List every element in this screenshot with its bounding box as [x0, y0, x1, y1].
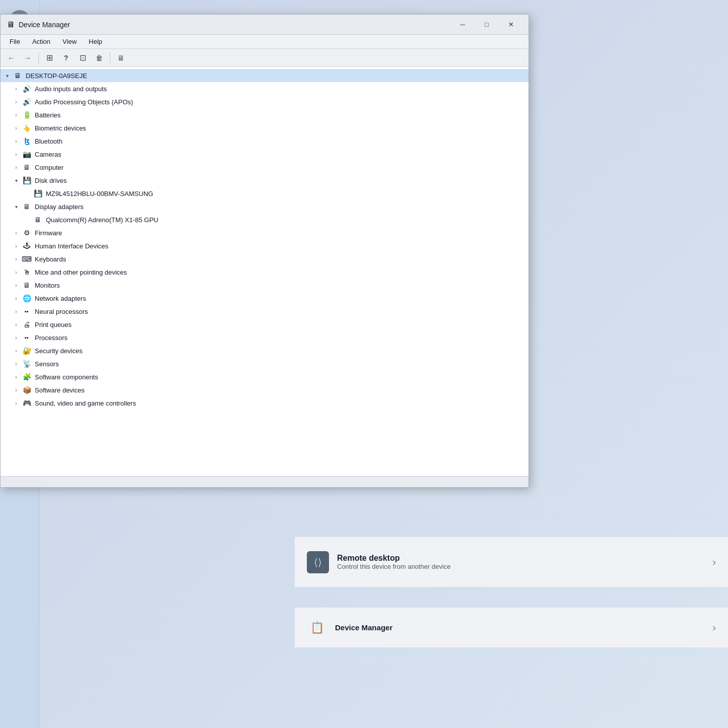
keyboards-icon: ⌨	[22, 254, 32, 264]
tree-item-display-adapters[interactable]: ▾ 🖥 Display adapters	[1, 200, 528, 213]
monitor-button[interactable]: 🖥	[113, 51, 128, 65]
software-devices-icon: 📦	[22, 385, 32, 395]
sensors-icon: 📡	[22, 359, 32, 369]
software-components-expander[interactable]: ›	[12, 372, 21, 381]
tree-item-firmware[interactable]: › ⚙ Firmware	[1, 226, 528, 239]
tree-item-network-adapters[interactable]: › 🌐 Network adapters	[1, 292, 528, 305]
bluetooth-expander[interactable]: ›	[12, 137, 21, 146]
tree-item-audio-processing[interactable]: › 🔊 Audio Processing Objects (APOs)	[1, 95, 528, 108]
tree-item-mice[interactable]: › 🖱 Mice and other pointing devices	[1, 266, 528, 279]
network-adapters-label: Network adapters	[35, 295, 86, 302]
remote-desktop-chevron: ›	[712, 556, 716, 568]
print-queues-expander[interactable]: ›	[12, 320, 21, 329]
mice-expander[interactable]: ›	[12, 268, 21, 277]
print-queues-label: Print queues	[35, 321, 72, 328]
network-adapters-expander[interactable]: ›	[12, 294, 21, 303]
menu-action[interactable]: Action	[27, 36, 55, 47]
audio-inputs-expander[interactable]: ›	[12, 84, 21, 93]
keyboards-label: Keyboards	[35, 255, 66, 263]
remote-desktop-desc: Control this device from another device	[337, 563, 450, 570]
tree-item-print-queues[interactable]: › 🖨 Print queues	[1, 318, 528, 331]
tree-item-monitors[interactable]: › 🖥 Monitors	[1, 279, 528, 292]
display-adapters-expander[interactable]: ▾	[12, 202, 21, 211]
tree-item-biometric[interactable]: › 👆 Biometric devices	[1, 121, 528, 135]
software-devices-label: Software devices	[35, 386, 85, 394]
update-button[interactable]: ⊡	[75, 51, 90, 65]
remote-desktop-panel[interactable]: ⟨⟩ Remote desktop Control this device fr…	[295, 537, 728, 587]
neural-processors-icon: ▪▪	[22, 306, 32, 316]
biometric-expander[interactable]: ›	[12, 123, 21, 133]
human-interface-expander[interactable]: ›	[12, 241, 21, 250]
disk-drives-expander[interactable]: ▾	[12, 176, 21, 185]
root-icon: 🖥	[13, 71, 23, 81]
tree-item-processors[interactable]: › ▪▪ Processors	[1, 331, 528, 344]
help-button[interactable]: ?	[58, 51, 74, 65]
root-expander[interactable]: ▾	[3, 71, 12, 80]
tree-item-disk-drive-1[interactable]: › 💾 MZ9L4512HBLU-00BMV-SAMSUNG	[1, 187, 528, 200]
sensors-expander[interactable]: ›	[12, 359, 21, 368]
uninstall-button[interactable]: 🗑	[92, 51, 107, 65]
print-queues-icon: 🖨	[22, 319, 32, 329]
tree-item-sound-video[interactable]: › 🎮 Sound, video and game controllers	[1, 396, 528, 410]
disk-drives-label: Disk drives	[35, 177, 67, 184]
tree-item-software-components[interactable]: › 🧩 Software components	[1, 370, 528, 383]
display-adapter-1-icon: 🖥	[33, 215, 43, 225]
tree-item-bluetooth[interactable]: › ɮ Bluetooth	[1, 135, 528, 148]
close-button[interactable]: ✕	[499, 17, 522, 33]
network-adapters-icon: 🌐	[22, 293, 32, 303]
remote-desktop-icon: ⟨⟩	[307, 551, 329, 573]
tree-item-sensors[interactable]: › 📡 Sensors	[1, 357, 528, 370]
menu-help[interactable]: Help	[84, 36, 107, 47]
human-interface-label: Human Interface Devices	[35, 242, 108, 250]
batteries-label: Batteries	[35, 111, 60, 119]
neural-processors-expander[interactable]: ›	[12, 307, 21, 316]
device-manager-window: 🖥 Device Manager ─ □ ✕ File Action View …	[0, 14, 529, 488]
tree-item-human-interface[interactable]: › 🕹 Human Interface Devices	[1, 239, 528, 252]
tree-item-cameras[interactable]: › 📷 Cameras	[1, 148, 528, 161]
menu-file[interactable]: File	[5, 36, 25, 47]
maximize-button[interactable]: □	[475, 17, 498, 33]
device-manager-bottom-icon: 📋	[307, 618, 327, 638]
tree-item-neural-processors[interactable]: › ▪▪ Neural processors	[1, 305, 528, 318]
tree-item-computer[interactable]: › 🖥 Computer	[1, 161, 528, 174]
properties-button[interactable]: ⊞	[42, 51, 57, 65]
security-devices-icon: 🔐	[22, 346, 32, 356]
biometric-label: Biometric devices	[35, 124, 86, 132]
cameras-expander[interactable]: ›	[12, 150, 21, 159]
audio-processing-expander[interactable]: ›	[12, 97, 21, 106]
disk-drive-1-icon: 💾	[33, 188, 43, 198]
bluetooth-label: Bluetooth	[35, 138, 62, 145]
tree-item-security-devices[interactable]: › 🔐 Security devices	[1, 344, 528, 357]
audio-processing-label: Audio Processing Objects (APOs)	[35, 98, 133, 106]
keyboards-expander[interactable]: ›	[12, 254, 21, 263]
processors-icon: ▪▪	[22, 333, 32, 343]
mice-label: Mice and other pointing devices	[35, 269, 127, 276]
forward-button[interactable]: →	[20, 51, 35, 65]
minimize-button[interactable]: ─	[451, 17, 474, 33]
device-manager-bottom-panel[interactable]: 📋 Device Manager ›	[295, 607, 728, 647]
display-adapter-1-label: Qualcomm(R) Adreno(TM) X1-85 GPU	[46, 216, 158, 224]
tree-root[interactable]: ▾ 🖥 DESKTOP-0A9SEJE	[1, 69, 528, 82]
tree-view[interactable]: ▾ 🖥 DESKTOP-0A9SEJE › 🔊 Audio inputs and…	[1, 67, 528, 476]
firmware-expander[interactable]: ›	[12, 228, 21, 237]
security-devices-expander[interactable]: ›	[12, 346, 21, 355]
tree-item-audio-inputs[interactable]: › 🔊 Audio inputs and outputs	[1, 82, 528, 95]
batteries-expander[interactable]: ›	[12, 110, 21, 119]
tree-item-software-devices[interactable]: › 📦 Software devices	[1, 383, 528, 396]
tree-item-batteries[interactable]: › 🔋 Batteries	[1, 108, 528, 121]
computer-expander[interactable]: ›	[12, 163, 21, 172]
tree-item-keyboards[interactable]: › ⌨ Keyboards	[1, 252, 528, 266]
audio-inputs-label: Audio inputs and outputs	[35, 85, 107, 93]
back-button[interactable]: ←	[4, 51, 19, 65]
sound-video-expander[interactable]: ›	[12, 399, 21, 408]
tree-item-display-adapter-1[interactable]: › 🖥 Qualcomm(R) Adreno(TM) X1-85 GPU	[1, 213, 528, 226]
toolbar-separator-1	[38, 52, 39, 63]
monitors-expander[interactable]: ›	[12, 281, 21, 290]
software-devices-expander[interactable]: ›	[12, 385, 21, 394]
device-manager-bottom-chevron: ›	[712, 622, 716, 633]
remote-desktop-title: Remote desktop	[337, 554, 450, 563]
menu-view[interactable]: View	[57, 36, 82, 47]
processors-expander[interactable]: ›	[12, 333, 21, 342]
tree-item-disk-drives[interactable]: ▾ 💾 Disk drives	[1, 174, 528, 187]
titlebar-icon: 🖥	[7, 20, 15, 29]
